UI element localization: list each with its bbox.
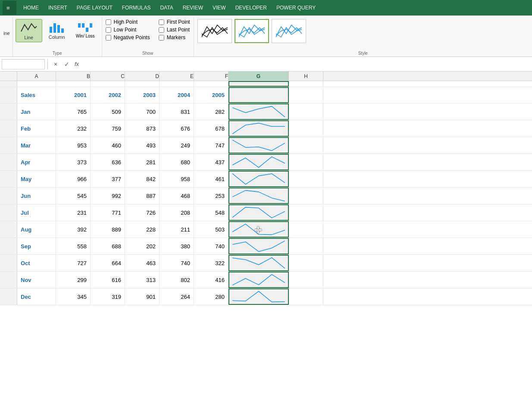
menu-view[interactable]: VIEW (208, 3, 230, 13)
low-point-checkbox[interactable]: Low Point (106, 27, 150, 33)
sparkline-sep[interactable] (228, 238, 289, 254)
cell-month-mar[interactable]: Mar (17, 137, 56, 153)
cell-nov-2004[interactable]: 802 (160, 272, 194, 288)
cell-nov-2003[interactable]: 313 (125, 272, 160, 288)
col-header-b[interactable]: B (56, 72, 91, 81)
cell-2003-header[interactable]: 2003 (125, 87, 160, 103)
cell-feb-2003[interactable]: 873 (125, 120, 160, 137)
header-sparkline-cell[interactable] (228, 87, 289, 103)
sparkline-jul[interactable] (228, 204, 289, 221)
cell-month-jan[interactable]: Jan (17, 103, 56, 120)
cell-aug-2002[interactable]: 889 (91, 221, 125, 238)
col-header-c[interactable]: C (91, 72, 125, 81)
cell-month-jul[interactable]: Jul (17, 204, 56, 221)
first-point-checkbox[interactable]: First Point (159, 19, 190, 25)
menu-developer[interactable]: DEVELOPER (231, 3, 271, 13)
last-point-input[interactable] (159, 27, 164, 33)
cell-apr-2005[interactable]: 437 (194, 154, 228, 170)
sparkline-apr[interactable] (228, 154, 289, 170)
cell-nov-2002[interactable]: 616 (91, 272, 125, 288)
cell-sep-2005[interactable]: 740 (194, 238, 228, 254)
style-3-preview[interactable] (272, 19, 306, 43)
markers-input[interactable] (159, 35, 164, 41)
cell-oct-2004[interactable]: 740 (160, 255, 194, 271)
cell-feb-2005[interactable]: 678 (194, 120, 228, 137)
markers-checkbox[interactable]: Markers (159, 34, 190, 41)
cell-jul-2003[interactable]: 726 (125, 204, 160, 221)
col-header-d[interactable]: D (125, 72, 160, 81)
cell-may-2005[interactable]: 461 (194, 171, 228, 187)
cell-dec-2005[interactable]: 280 (194, 288, 228, 305)
menu-power-query[interactable]: POWER QUERY (272, 3, 320, 13)
cell-apr-2002[interactable]: 636 (91, 154, 125, 170)
cell-feb-2001[interactable]: 232 (56, 120, 91, 137)
cell-jan-2005[interactable]: 282 (194, 103, 228, 120)
col-header-h[interactable]: H (289, 72, 323, 81)
cell-month-oct[interactable]: Oct (17, 255, 56, 271)
col-header-g[interactable]: G (228, 72, 289, 81)
menu-formulas[interactable]: FORMULAS (118, 3, 155, 13)
cell-month-may[interactable]: May (17, 171, 56, 187)
col-header-a[interactable]: A (17, 72, 56, 81)
cell-oct-2002[interactable]: 664 (91, 255, 125, 271)
sparkline-oct[interactable] (228, 255, 289, 271)
style-1-preview[interactable] (197, 19, 232, 43)
high-point-input[interactable] (106, 19, 111, 25)
cell-mar-2001[interactable]: 953 (56, 137, 91, 153)
high-point-checkbox[interactable]: High Point (106, 19, 150, 25)
cell-jan-2003[interactable]: 700 (125, 103, 160, 120)
cell-aug-2005[interactable]: 503 (194, 221, 228, 238)
cell-mar-2005[interactable]: 747 (194, 137, 228, 153)
sparkline-winloss-button[interactable]: Win/ Loss (72, 19, 99, 41)
cell-aug-2003[interactable]: 228 (125, 221, 160, 238)
cell-jun-2005[interactable]: 253 (194, 188, 228, 204)
cell-may-2004[interactable]: 958 (160, 171, 194, 187)
cell-feb-2002[interactable]: 759 (91, 120, 125, 137)
sparkline-mar[interactable] (228, 137, 289, 153)
cell-may-2003[interactable]: 842 (125, 171, 160, 187)
cell-apr-2001[interactable]: 373 (56, 154, 91, 170)
sparkline-feb[interactable] (228, 120, 289, 137)
cell-month-jun[interactable]: Jun (17, 188, 56, 204)
cell-jul-2004[interactable]: 208 (160, 204, 194, 221)
cell-month-sep[interactable]: Sep (17, 238, 56, 254)
sparkline-nov[interactable] (228, 272, 289, 288)
sparkline-may[interactable] (228, 171, 289, 187)
cell-month-apr[interactable]: Apr (17, 154, 56, 170)
cell-oct-2005[interactable]: 322 (194, 255, 228, 271)
cell-jul-2001[interactable]: 231 (56, 204, 91, 221)
cell-jun-2001[interactable]: 545 (56, 188, 91, 204)
cell-month-aug[interactable]: Aug (17, 221, 56, 238)
cell-jul-2002[interactable]: 771 (91, 204, 125, 221)
negative-points-checkbox[interactable]: Negative Points (106, 34, 150, 41)
cell-2004-header[interactable]: 2004 (160, 87, 194, 103)
cell-dec-2004[interactable]: 264 (160, 288, 194, 305)
cell-mar-2004[interactable]: 249 (160, 137, 194, 153)
cell-mar-2002[interactable]: 460 (91, 137, 125, 153)
name-box[interactable] (2, 59, 45, 69)
cell-aug-2004[interactable]: 211 (160, 221, 194, 238)
cell-dec-2002[interactable]: 319 (91, 288, 125, 305)
negative-points-input[interactable] (106, 35, 111, 41)
cell-oct-2001[interactable]: 727 (56, 255, 91, 271)
cell-dec-2003[interactable]: 901 (125, 288, 160, 305)
cell-aug-2001[interactable]: 392 (56, 221, 91, 238)
cell-nov-2001[interactable]: 299 (56, 272, 91, 288)
cell-month-dec[interactable]: Dec (17, 288, 56, 305)
last-point-checkbox[interactable]: Last Point (159, 27, 190, 33)
cell-jul-2005[interactable]: 548 (194, 204, 228, 221)
col-header-f[interactable]: F (194, 72, 228, 81)
cell-mar-2003[interactable]: 493 (125, 137, 160, 153)
cell-may-2002[interactable]: 377 (91, 171, 125, 187)
cell-sep-2001[interactable]: 558 (56, 238, 91, 254)
cell-jun-2003[interactable]: 887 (125, 188, 160, 204)
col-header-e[interactable]: E (160, 72, 194, 81)
cell-sales-label[interactable]: Sales (17, 87, 56, 103)
confirm-button[interactable]: ✓ (62, 59, 72, 69)
cancel-button[interactable]: × (50, 59, 61, 69)
sparkline-dec[interactable] (228, 288, 289, 305)
cell-jan-2001[interactable]: 765 (56, 103, 91, 120)
cell-2005-header[interactable]: 2005 (194, 87, 228, 103)
cell-nov-2005[interactable]: 416 (194, 272, 228, 288)
sparkline-aug[interactable]: ✛ (228, 221, 289, 238)
